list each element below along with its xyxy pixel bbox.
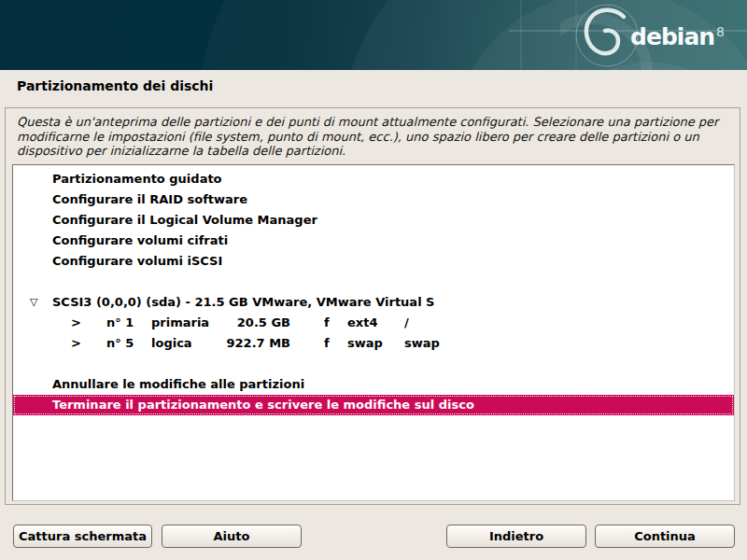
partition-type: primaria <box>151 313 209 333</box>
partition-mount-point: / <box>404 313 409 333</box>
list-item-disk-sda[interactable]: ▽ SCSI3 (0,0,0) (sda) - 21.5 GB VMware, … <box>13 292 734 313</box>
expander-open-icon[interactable]: ▽ <box>30 292 37 313</box>
list-item-partition-1[interactable]: > n° 1 primaria 20.5 GB f ext4 / <box>13 313 734 333</box>
list-item-configure-iscsi[interactable]: Configurare volumi iSCSI <box>13 251 734 272</box>
list-item-spacer <box>13 354 734 374</box>
partition-mount-point: swap <box>404 333 440 354</box>
list-item-configure-lvm[interactable]: Configurare il Logical Volume Manager <box>13 210 734 231</box>
partitioning-description: Questa è un'anteprima delle partizioni e… <box>17 115 730 159</box>
disk-label: SCSI3 (0,0,0) (sda) - 21.5 GB VMware, VM… <box>52 295 434 309</box>
partition-filesystem: swap <box>347 333 383 354</box>
partition-format-flag: f <box>324 313 330 333</box>
list-item-guided-partitioning[interactable]: Partizionamento guidato <box>13 169 734 189</box>
partition-arrow-icon: > <box>71 333 81 354</box>
help-button[interactable]: Aiuto <box>162 525 302 548</box>
partition-size: 922.7 MB <box>204 333 290 354</box>
debian-version-number: 8 <box>716 24 725 39</box>
continue-button[interactable]: Continua <box>595 525 735 548</box>
list-item-partition-5[interactable]: > n° 5 logica 922.7 MB f swap swap <box>13 333 734 354</box>
debian-brand-text: debian <box>630 23 714 50</box>
list-item-configure-encrypted[interactable]: Configurare volumi cifrati <box>13 231 734 251</box>
debian-wordmark: debian8 <box>630 19 725 50</box>
partition-filesystem: ext4 <box>347 313 377 333</box>
back-button[interactable]: Indietro <box>446 525 586 548</box>
installer-banner: debian8 <box>0 0 747 70</box>
partition-format-flag: f <box>324 333 330 354</box>
list-item-finish-partitioning[interactable]: Terminare il partizionamento e scrivere … <box>13 395 734 415</box>
partition-number: n° 1 <box>106 313 134 333</box>
partition-list[interactable]: Partizionamento guidato Configurare il R… <box>12 164 735 501</box>
partition-size: 20.5 GB <box>204 313 290 333</box>
page-title: Partizionamento dei dischi <box>17 78 213 93</box>
list-item-spacer <box>13 272 734 292</box>
installer-window: debian8 Partizionamento dei dischi Quest… <box>0 0 747 560</box>
list-item-undo-changes[interactable]: Annullare le modifiche alle partizioni <box>13 374 734 395</box>
partition-type: logica <box>151 333 192 354</box>
partition-arrow-icon: > <box>71 313 81 333</box>
list-item-configure-raid[interactable]: Configurare il RAID software <box>13 189 734 210</box>
partition-number: n° 5 <box>106 333 134 354</box>
screenshot-button[interactable]: Cattura schermata <box>13 525 152 548</box>
